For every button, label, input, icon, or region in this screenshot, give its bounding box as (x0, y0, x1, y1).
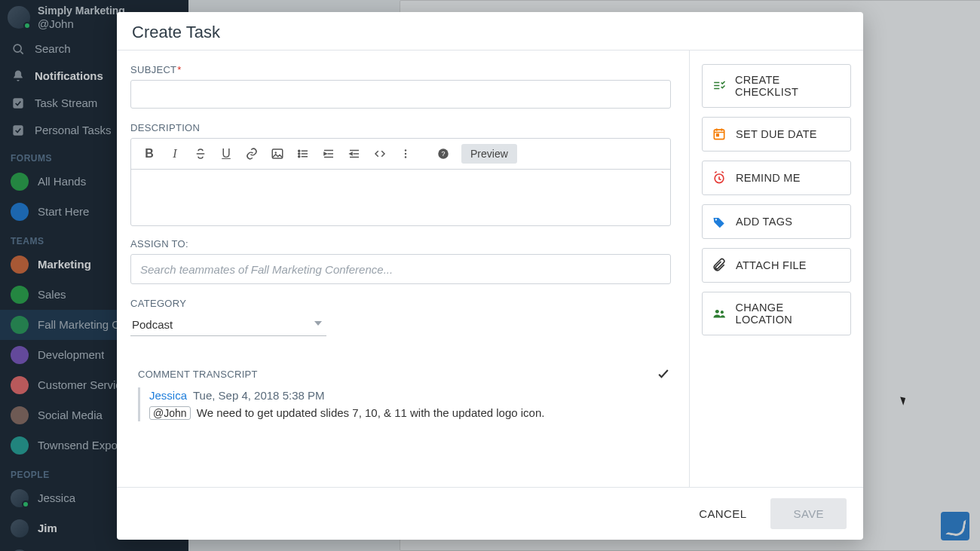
action-label: CHANGE LOCATION (736, 302, 841, 326)
underline-icon[interactable]: U (214, 143, 238, 164)
category-select[interactable] (130, 314, 326, 336)
transcript-author: Jessica (149, 389, 187, 402)
description-editor: B I U (130, 138, 671, 226)
people-icon (712, 306, 727, 321)
action-label: CREATE CHECKLIST (735, 74, 841, 98)
create-task-modal: Create Task SUBJECT* DESCRIPTION B I U (117, 12, 863, 540)
help-icon[interactable]: ? (431, 143, 455, 164)
action-button[interactable]: CHANGE LOCATION (702, 292, 851, 335)
svg-point-4 (275, 152, 277, 153)
assign-to-input[interactable] (130, 254, 671, 284)
cancel-button[interactable]: CANCEL (694, 507, 751, 521)
svg-point-6 (299, 153, 300, 155)
svg-point-9 (405, 153, 406, 155)
action-button[interactable]: SET DUE DATE (702, 117, 851, 152)
code-icon[interactable] (368, 143, 392, 164)
svg-point-5 (299, 150, 300, 152)
description-input[interactable] (131, 170, 670, 225)
bulleted-list-icon[interactable] (291, 143, 315, 164)
action-label: REMIND ME (736, 172, 801, 184)
paperclip-icon (712, 258, 727, 273)
checklist-icon (712, 78, 726, 93)
image-icon[interactable] (265, 143, 289, 164)
italic-icon[interactable]: I (163, 143, 187, 164)
strikethrough-icon[interactable] (188, 143, 213, 164)
action-button[interactable]: ATTACH FILE (702, 248, 851, 283)
svg-rect-14 (717, 134, 719, 136)
svg-text:?: ? (441, 150, 445, 158)
save-button[interactable]: SAVE (770, 498, 847, 529)
alarm-icon (712, 170, 727, 185)
svg-point-16 (715, 219, 717, 220)
indent-icon[interactable] (317, 143, 341, 164)
transcript-body: We need to get updated slides 7, 10, & 1… (197, 406, 545, 419)
subject-input[interactable] (130, 80, 671, 109)
actions-column: CREATE CHECKLISTSET DUE DATEREMIND MEADD… (690, 51, 863, 487)
editor-toolbar: B I U (131, 139, 670, 170)
action-button[interactable]: ADD TAGS (702, 204, 851, 239)
outdent-icon[interactable] (342, 143, 366, 164)
svg-point-17 (715, 310, 719, 314)
transcript-timestamp: Tue, Sep 4, 2018 5:38 PM (193, 389, 325, 402)
calendar-icon (712, 127, 727, 142)
action-button[interactable]: REMIND ME (702, 161, 851, 195)
subject-label: SUBJECT* (130, 64, 671, 75)
subject-label-text: SUBJECT (130, 64, 176, 75)
modal-footer: CANCEL SAVE (117, 487, 863, 540)
preview-button[interactable]: Preview (461, 144, 517, 164)
required-asterisk: * (177, 64, 181, 75)
chevron-down-icon (314, 321, 322, 326)
check-icon[interactable] (656, 366, 671, 381)
action-label: ATTACH FILE (736, 259, 807, 271)
action-label: SET DUE DATE (736, 128, 817, 140)
svg-point-7 (299, 156, 300, 158)
comment-transcript: Jessica Tue, Sep 4, 2018 5:38 PM @John W… (138, 387, 671, 421)
svg-point-18 (721, 311, 724, 314)
description-label: DESCRIPTION (130, 122, 671, 133)
modal-title: Create Task (117, 12, 863, 51)
transcript-mention[interactable]: @John (149, 406, 191, 420)
transcript-label: COMMENT TRANSCRIPT (130, 369, 258, 380)
form-column: SUBJECT* DESCRIPTION B I U (117, 51, 690, 487)
tags-icon (712, 214, 727, 229)
action-label: ADD TAGS (736, 216, 792, 228)
link-icon[interactable] (240, 143, 264, 164)
assign-to-label: ASSIGN TO: (130, 238, 671, 249)
category-label: CATEGORY (130, 298, 671, 309)
more-icon[interactable] (394, 143, 418, 164)
bold-icon[interactable]: B (137, 143, 161, 164)
action-button[interactable]: CREATE CHECKLIST (702, 64, 851, 108)
svg-point-10 (405, 156, 406, 158)
svg-point-8 (405, 149, 406, 151)
